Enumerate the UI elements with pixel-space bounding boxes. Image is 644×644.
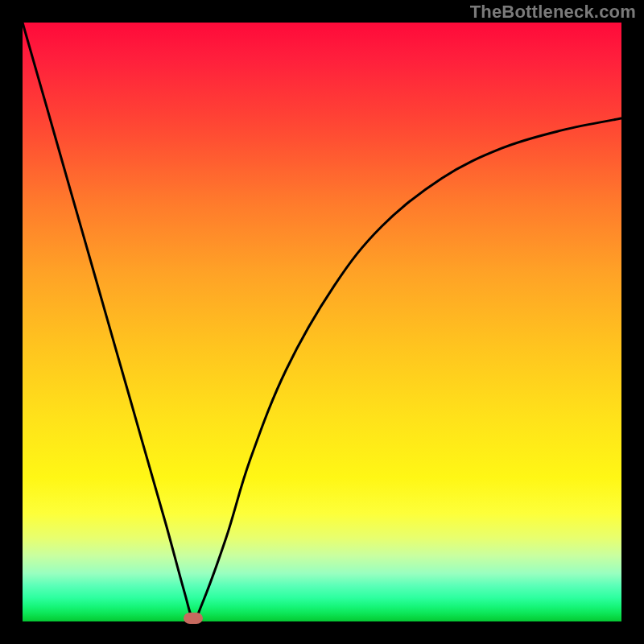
bottleneck-curve bbox=[23, 23, 621, 621]
optimum-marker bbox=[184, 613, 203, 624]
chart-frame: TheBottleneck.com bbox=[0, 0, 644, 644]
watermark-text: TheBottleneck.com bbox=[470, 2, 636, 23]
plot-area bbox=[23, 23, 621, 621]
